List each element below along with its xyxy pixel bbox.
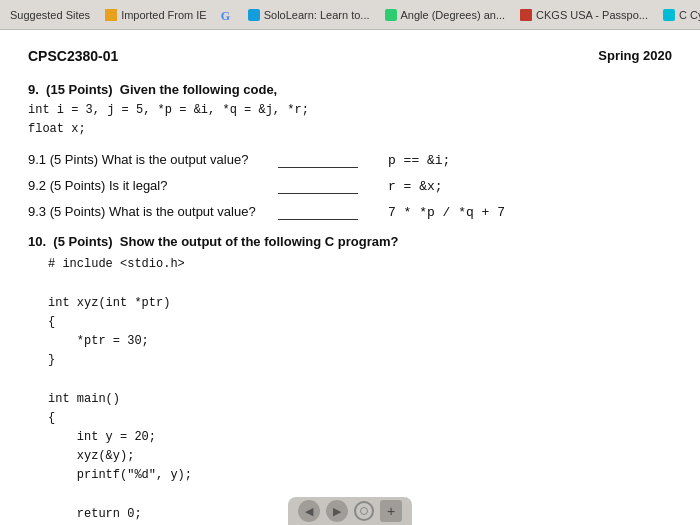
bookmark-cyb[interactable]: C Cyb (658, 6, 700, 24)
q9-code: int i = 3, j = 5, *p = &i, *q = &j, *r; … (28, 101, 672, 138)
document-area: CPSC2380-01 Spring 2020 9. (15 Points) G… (0, 30, 700, 525)
ckgs-label: CKGS USA - Passpo... (536, 9, 648, 21)
plus-icon: + (387, 503, 395, 519)
q10-title: 10. (5 Points) Show the output of the fo… (28, 234, 672, 249)
q9-sub3: 9.3 (5 Points) What is the output value?… (28, 204, 672, 220)
ckgs-icon (519, 8, 533, 22)
q9-code-line1: int i = 3, j = 5, *p = &i, *q = &j, *r; (28, 101, 672, 120)
sololearn-icon (247, 8, 261, 22)
back-icon: ◀ (305, 505, 313, 518)
q9-subquestions: 9.1 (5 Pints) What is the output value? … (28, 152, 672, 220)
forward-button[interactable]: ▶ (326, 500, 348, 522)
q10-line-3: *ptr = 30; (48, 332, 672, 351)
q10-line-8: xyz(&y); (48, 447, 672, 466)
q10-line-4: } (48, 351, 672, 370)
bookmark-sololearn[interactable]: SoloLearn: Learn to... (243, 6, 374, 24)
q10-code-block: # include <stdio.h> int xyz(int *ptr) { … (48, 255, 672, 525)
back-button[interactable]: ◀ (298, 500, 320, 522)
q9-sub2: 9.2 (5 Points) Is it legal? r = &x; (28, 178, 672, 194)
question-10: 10. (5 Points) Show the output of the fo… (28, 234, 672, 525)
q10-line-blank-2 (48, 370, 672, 389)
suggested-sites-label: Suggested Sites (10, 9, 90, 21)
add-tab-button[interactable]: + (380, 500, 402, 522)
q9-sub1-answer-line (278, 152, 358, 168)
question-9: 9. (15 Points) Given the following code,… (28, 82, 672, 220)
q10-number: 10. (28, 234, 46, 249)
q9-sub2-expr: r = &x; (388, 179, 443, 194)
cyb-icon (662, 8, 676, 22)
q10-points: (5 Points) (53, 234, 112, 249)
google-icon: G (221, 9, 233, 21)
q9-code-line2: float x; (28, 120, 672, 139)
q9-title: 9. (15 Points) Given the following code, (28, 82, 672, 97)
bookmark-suggested-sites[interactable]: Suggested Sites (6, 7, 94, 23)
q9-sub3-expr: 7 * *p / *q + 7 (388, 205, 505, 220)
q9-sub2-label: 9.2 (5 Points) Is it legal? (28, 178, 278, 193)
doc-header: CPSC2380-01 Spring 2020 (28, 48, 672, 64)
q10-line-9: printf("%d", y); (48, 466, 672, 485)
forward-icon: ▶ (333, 505, 341, 518)
q9-sub1-label: 9.1 (5 Pints) What is the output value? (28, 152, 278, 167)
q10-line-1: int xyz(int *ptr) (48, 294, 672, 313)
bookmark-google[interactable]: G (217, 7, 237, 23)
q10-line-7: int y = 20; (48, 428, 672, 447)
bookmark-ckgs[interactable]: CKGS USA - Passpo... (515, 6, 652, 24)
imported-ie-icon (104, 8, 118, 22)
sololearn-label: SoloLearn: Learn to... (264, 9, 370, 21)
imported-ie-label: Imported From IE (121, 9, 207, 21)
angle-label: Angle (Degrees) an... (401, 9, 506, 21)
q9-number: 9. (28, 82, 39, 97)
home-button[interactable] (354, 501, 374, 521)
q9-sub3-answer-line (278, 204, 358, 220)
q9-title-text: Given the following code, (120, 82, 277, 97)
q9-sub1-expr: p == &i; (388, 153, 450, 168)
q9-points: (15 Points) (46, 82, 112, 97)
q9-sub2-answer-line (278, 178, 358, 194)
q10-line-6: { (48, 409, 672, 428)
document-content: CPSC2380-01 Spring 2020 9. (15 Points) G… (0, 30, 700, 525)
q10-title-text: Show the output of the following C progr… (120, 234, 399, 249)
q10-line-2: { (48, 313, 672, 332)
q10-line-blank-1 (48, 274, 672, 293)
home-icon (360, 507, 368, 515)
q10-line-5: int main() (48, 390, 672, 409)
course-code: CPSC2380-01 (28, 48, 118, 64)
bookmark-imported-from-ie[interactable]: Imported From IE (100, 6, 211, 24)
browser-toolbar-bottom: ◀ ▶ + (288, 497, 412, 525)
q10-line-0: # include <stdio.h> (48, 255, 672, 274)
bookmarks-bar: Suggested Sites Imported From IE G SoloL… (0, 0, 700, 30)
cyb-label: C Cyb (679, 9, 700, 21)
q9-sub1: 9.1 (5 Pints) What is the output value? … (28, 152, 672, 168)
semester: Spring 2020 (598, 48, 672, 63)
q9-sub3-label: 9.3 (5 Points) What is the output value? (28, 204, 278, 219)
bookmark-angle[interactable]: Angle (Degrees) an... (380, 6, 510, 24)
angle-icon (384, 8, 398, 22)
